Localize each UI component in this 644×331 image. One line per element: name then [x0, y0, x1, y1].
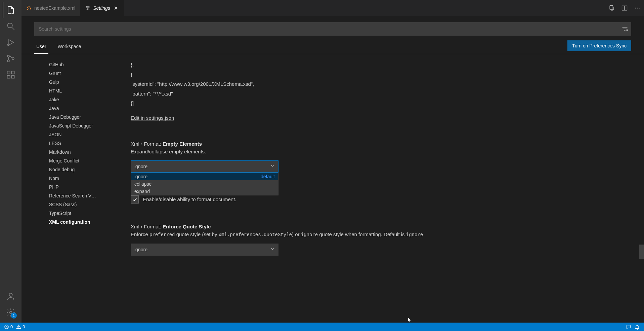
scope-tab-user[interactable]: User: [34, 40, 48, 54]
svg-point-26: [637, 8, 638, 9]
svg-point-11: [9, 293, 12, 296]
status-warnings[interactable]: 0: [16, 324, 25, 329]
accounts-icon[interactable]: [3, 288, 19, 304]
setting-description: Expand/collapse empty elements.: [131, 149, 631, 154]
toc-item[interactable]: JSON: [48, 130, 111, 139]
split-editor-icon[interactable]: [620, 4, 629, 12]
open-changes-icon[interactable]: [608, 4, 616, 12]
toc-item[interactable]: GitHub: [48, 60, 111, 69]
toc-item-selected[interactable]: XML configuration: [48, 218, 111, 226]
dropdown-option-collapse[interactable]: collapse: [131, 180, 278, 188]
status-bar: 0 0: [0, 323, 644, 331]
setting-empty-elements: Xml › Format: Empty Elements Expand/coll…: [131, 141, 631, 173]
dropdown-option-ignore[interactable]: ignore default: [131, 173, 278, 180]
rss-icon: [26, 5, 32, 11]
tab-settings[interactable]: Settings: [80, 0, 124, 16]
manage-gear-icon[interactable]: 1: [3, 304, 19, 321]
toc-item[interactable]: Merge Conflict: [48, 156, 111, 165]
preferences-sync-button[interactable]: Turn on Preferences Sync: [567, 40, 631, 51]
chevron-down-icon: [270, 247, 275, 252]
dropdown-option-expand[interactable]: expand: [131, 188, 278, 195]
empty-elements-select[interactable]: ignore: [131, 160, 278, 173]
setting-name: Enforce Quote Style: [163, 224, 211, 229]
edit-in-settings-json-link[interactable]: Edit in settings.json: [131, 115, 174, 121]
toc-item[interactable]: Reference Search V…: [48, 191, 111, 200]
explorer-icon[interactable]: [3, 2, 19, 18]
svg-point-25: [635, 8, 636, 9]
svg-point-17: [86, 6, 87, 7]
svg-point-5: [7, 60, 9, 62]
svg-point-3: [8, 44, 9, 46]
svg-line-1: [12, 28, 14, 30]
setting-enabled: Enable/disable ability to format documen…: [131, 195, 631, 204]
run-debug-icon[interactable]: [3, 34, 19, 50]
toc-item[interactable]: HTML: [48, 86, 111, 95]
svg-point-27: [639, 8, 640, 9]
toc-item[interactable]: PHP: [48, 183, 111, 191]
svg-rect-9: [11, 75, 14, 78]
toc-item[interactable]: Grunt: [48, 69, 111, 78]
setting-json-sample: }, { "systemId": "http://www.w3.org/2001…: [131, 60, 631, 108]
tab-label: nestedExample.xml: [34, 5, 75, 11]
setting-path: Xml › Format:: [131, 224, 163, 229]
svg-rect-22: [610, 6, 613, 10]
setting-enforce-quote-style: Xml › Format: Enforce Quote Style Enforc…: [131, 224, 631, 256]
toc-item[interactable]: LESS: [48, 139, 111, 148]
svg-rect-10: [11, 71, 14, 74]
toc-item[interactable]: Npm: [48, 174, 111, 183]
svg-point-13: [27, 9, 28, 9]
svg-point-6: [12, 58, 14, 60]
mouse-cursor: [407, 317, 412, 323]
extensions-icon[interactable]: [3, 67, 19, 83]
editor-actions: [605, 0, 644, 16]
chevron-down-icon: [270, 163, 275, 169]
settings-toc: GitHub Grunt Gulp HTML Jake Java Java De…: [22, 60, 111, 323]
setting-name: Empty Elements: [163, 141, 202, 147]
svg-rect-8: [7, 75, 10, 78]
svg-marker-2: [9, 40, 13, 45]
toc-item[interactable]: Jake: [48, 95, 111, 104]
activity-bar: 1: [0, 0, 22, 323]
scrollbar-thumb[interactable]: [639, 245, 644, 259]
toc-item[interactable]: JavaScript Debugger: [48, 121, 111, 130]
settings-search-box: [34, 22, 631, 36]
manage-badge: 1: [11, 312, 17, 319]
status-feedback-icon[interactable]: [626, 324, 631, 330]
tab-nested-example[interactable]: nestedExample.xml: [22, 0, 80, 16]
settings-tab-icon: [85, 5, 90, 11]
setting-path: Xml › Format:: [131, 141, 163, 147]
svg-point-19: [87, 8, 88, 9]
toc-item[interactable]: Gulp: [48, 78, 111, 86]
svg-point-4: [7, 55, 9, 57]
toc-item[interactable]: SCSS (Sass): [48, 200, 111, 209]
tab-label: Settings: [93, 5, 110, 11]
source-control-icon[interactable]: [3, 50, 19, 67]
status-bell-icon[interactable]: [635, 324, 640, 330]
select-value: ignore: [134, 164, 147, 169]
svg-point-0: [8, 23, 12, 28]
scope-tab-workspace[interactable]: Workspace: [56, 40, 83, 54]
editor-tab-bar: nestedExample.xml Settings: [22, 0, 644, 16]
toc-item[interactable]: TypeScript: [48, 209, 111, 218]
search-icon[interactable]: [3, 18, 19, 34]
toc-item[interactable]: Java: [48, 104, 111, 113]
svg-point-18: [88, 7, 89, 8]
more-icon[interactable]: [633, 4, 641, 12]
toc-item[interactable]: Node debug: [48, 165, 111, 174]
search-input[interactable]: [35, 26, 619, 32]
checkbox-label: Enable/disable ability to format documen…: [143, 196, 237, 202]
toc-item[interactable]: Markdown: [48, 148, 111, 156]
toc-item[interactable]: Java Debugger: [48, 113, 111, 121]
svg-rect-7: [7, 71, 10, 74]
svg-point-37: [18, 328, 19, 328]
close-icon[interactable]: [113, 5, 119, 11]
settings-content: }, { "systemId": "http://www.w3.org/2001…: [111, 60, 644, 323]
filter-icon[interactable]: [619, 26, 631, 32]
status-errors[interactable]: 0: [4, 324, 13, 329]
enforce-quote-style-select[interactable]: ignore: [131, 244, 278, 256]
select-value: ignore: [134, 247, 147, 252]
checkbox[interactable]: [131, 195, 139, 204]
empty-elements-dropdown: ignore default collapse expand: [131, 173, 278, 195]
setting-description: Enforce preferred quote style (set by xm…: [131, 231, 631, 237]
default-tag: default: [261, 174, 275, 179]
